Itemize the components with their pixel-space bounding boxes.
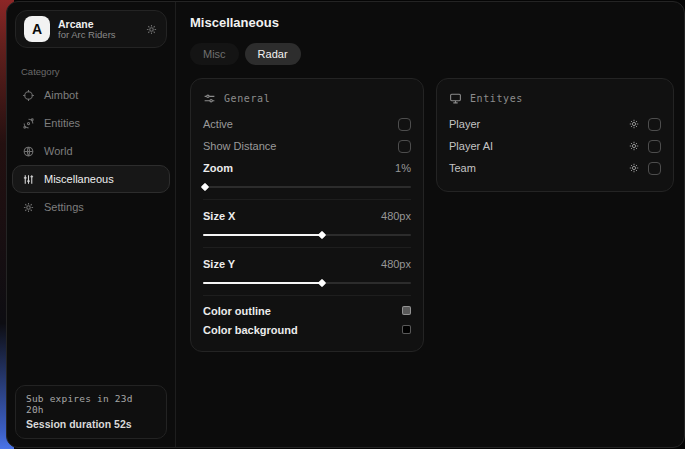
gear-icon (22, 201, 35, 214)
cards-row: General Active Show Distance Zoom 1% (190, 78, 674, 352)
gear-icon[interactable] (628, 140, 640, 152)
player-ai-label: Player AI (449, 140, 628, 152)
category-label: Category (21, 66, 175, 77)
sidebar-item-label: World (44, 145, 73, 157)
entities-card: Entityes Player Player AI (436, 78, 674, 192)
main-content: Miscellaneous Misc Radar General Active (176, 2, 685, 447)
size-x-row: Size X 480px (203, 207, 411, 225)
gear-icon[interactable] (628, 162, 640, 174)
slider-thumb[interactable] (317, 230, 325, 238)
brand-title: Arcane (58, 18, 137, 30)
sub-expiry-text: Sub expires in 23d 20h (26, 393, 156, 415)
size-y-value: 480px (381, 258, 411, 270)
color-background-label: Color background (203, 324, 298, 336)
globe-icon (22, 145, 35, 158)
size-y-slider[interactable] (203, 279, 411, 286)
team-checkbox[interactable] (648, 162, 661, 175)
active-row: Active (203, 113, 411, 135)
entities-icon (22, 117, 35, 130)
zoom-slider[interactable] (203, 183, 411, 190)
slider-track (203, 186, 411, 188)
zoom-group: Zoom 1% (203, 157, 411, 200)
active-label: Active (203, 118, 233, 130)
sidebar-item-world[interactable]: World (12, 137, 170, 165)
brand-text: Arcane for Arc Riders (58, 18, 137, 41)
show-distance-label: Show Distance (203, 140, 276, 152)
subscription-card: Sub expires in 23d 20h Session duration … (15, 385, 167, 439)
size-x-label: Size X (203, 210, 235, 222)
sliders-horizontal-icon (203, 92, 216, 105)
brand-card: A Arcane for Arc Riders (15, 10, 167, 48)
color-outline-row: Color outline (203, 301, 411, 320)
zoom-row: Zoom 1% (203, 159, 411, 177)
entities-card-title: Entityes (470, 93, 523, 104)
player-ai-row: Player AI (449, 135, 661, 157)
sidebar-item-miscellaneous[interactable]: Miscellaneous (12, 165, 170, 193)
player-ai-checkbox[interactable] (648, 140, 661, 153)
sidebar-item-label: Entities (44, 117, 80, 129)
color-background-swatch[interactable] (402, 325, 411, 334)
size-y-group: Size Y 480px (203, 253, 411, 296)
show-distance-row: Show Distance (203, 135, 411, 157)
slider-fill (203, 282, 322, 284)
sidebar-item-entities[interactable]: Entities (12, 109, 170, 137)
sidebar-item-settings[interactable]: Settings (12, 193, 170, 221)
zoom-value: 1% (395, 162, 411, 174)
sidebar-nav: Aimbot Entities World (7, 81, 175, 221)
player-row: Player (449, 113, 661, 135)
general-card: General Active Show Distance Zoom 1% (190, 78, 424, 352)
sidebar-item-label: Aimbot (44, 89, 78, 101)
monitor-icon (449, 92, 462, 105)
slider-thumb[interactable] (201, 182, 209, 190)
tab-bar: Misc Radar (190, 43, 674, 65)
slider-thumb[interactable] (317, 278, 325, 286)
sidebar-item-label: Miscellaneous (44, 173, 114, 185)
size-y-row: Size Y 480px (203, 255, 411, 273)
slider-fill (203, 234, 322, 236)
player-checkbox[interactable] (648, 118, 661, 131)
general-card-header: General (203, 92, 411, 105)
brand-subtitle: for Arc Riders (58, 30, 137, 41)
color-background-row: Color background (203, 320, 411, 339)
page-title: Miscellaneous (190, 15, 674, 30)
size-x-slider[interactable] (203, 231, 411, 238)
general-card-title: General (224, 93, 270, 104)
color-outline-label: Color outline (203, 305, 271, 317)
sidebar-item-label: Settings (44, 201, 84, 213)
size-y-label: Size Y (203, 258, 235, 270)
size-x-value: 480px (381, 210, 411, 222)
session-duration-text: Session duration 52s (26, 418, 156, 430)
sidebar: A Arcane for Arc Riders Category (7, 2, 176, 447)
entities-card-header: Entityes (449, 92, 661, 105)
app-window: A Arcane for Arc Riders Category (6, 1, 685, 448)
team-label: Team (449, 162, 628, 174)
sidebar-item-aimbot[interactable]: Aimbot (12, 81, 170, 109)
crosshair-icon (22, 89, 35, 102)
brand-avatar: A (24, 16, 50, 42)
player-label: Player (449, 118, 628, 130)
gear-icon[interactable] (628, 118, 640, 130)
gear-icon[interactable] (145, 23, 158, 36)
grid-sliders-icon (22, 173, 35, 186)
tab-radar[interactable]: Radar (245, 43, 301, 65)
color-outline-swatch[interactable] (402, 306, 411, 315)
size-x-group: Size X 480px (203, 205, 411, 248)
tab-misc[interactable]: Misc (190, 43, 239, 65)
active-checkbox[interactable] (398, 118, 411, 131)
show-distance-checkbox[interactable] (398, 140, 411, 153)
team-row: Team (449, 157, 661, 179)
zoom-label: Zoom (203, 162, 233, 174)
